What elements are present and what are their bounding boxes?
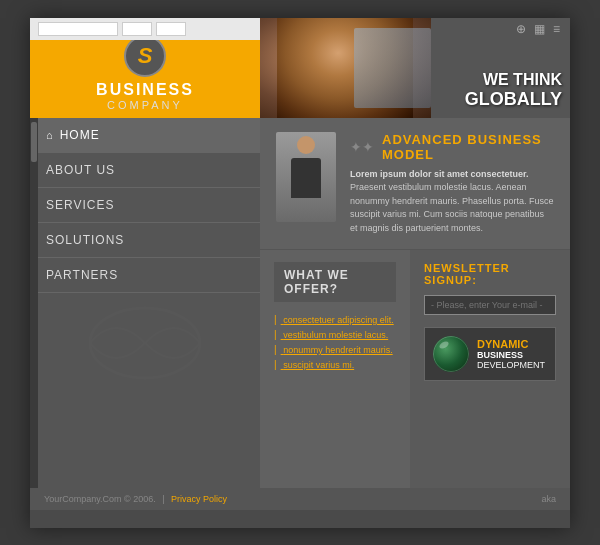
footer: YourCompany.Com © 2006. | Privacy Policy… bbox=[30, 488, 570, 510]
offer-item-4-text: suscipit varius mi. bbox=[283, 360, 354, 370]
sidebar: ⌂ HOME ABOUT US SERVICES bbox=[30, 118, 260, 488]
company-name: BUSINESS COMPANY bbox=[96, 81, 194, 111]
hero-face-image bbox=[260, 18, 431, 118]
header-logo-area: S BUSINESS COMPANY bbox=[30, 18, 260, 118]
menu-icon[interactable]: ≡ bbox=[553, 22, 560, 36]
newsletter-email-input[interactable] bbox=[424, 295, 556, 315]
person-image bbox=[276, 132, 336, 222]
person-head bbox=[297, 136, 315, 154]
company-label: COMPANY bbox=[96, 99, 194, 111]
logo-icon: S bbox=[124, 35, 166, 77]
sidebar-partners-label: PARTNERS bbox=[46, 268, 118, 282]
header: S BUSINESS COMPANY ⊕ ▦ ≡ WE THINK bbox=[30, 18, 570, 118]
nav-bar-field bbox=[122, 22, 152, 36]
person-body bbox=[291, 158, 321, 198]
hero-line1: WE THINK bbox=[465, 71, 562, 89]
development-label: DEVELOPMENT bbox=[477, 360, 547, 370]
newsletter-title: NEWSLETTER SIGNUP: bbox=[424, 262, 556, 286]
offer-item-1-text: consectetuer adipiscing elit. bbox=[283, 315, 394, 325]
footer-right-text: aka bbox=[541, 494, 556, 504]
main-content: ⌂ HOME ABOUT US SERVICES bbox=[30, 118, 570, 488]
section-title: ADVANCED BUSINESS MODEL bbox=[382, 132, 554, 162]
footer-privacy-link[interactable]: Privacy Policy bbox=[171, 494, 227, 504]
section-body: Lorem ipsum dolor sit amet consectetuer.… bbox=[350, 168, 554, 236]
dynamic-text: DYNAMIC BUSINESS DEVELOPMENT bbox=[477, 338, 547, 370]
sidebar-link-about[interactable]: ABOUT US bbox=[30, 153, 260, 187]
search-icon[interactable]: ⊕ bbox=[516, 22, 526, 36]
sidebar-item-services[interactable]: SERVICES bbox=[30, 188, 260, 223]
dynamic-label: DYNAMIC bbox=[477, 338, 547, 350]
sidebar-link-home[interactable]: ⌂ HOME bbox=[30, 118, 260, 152]
sidebar-nav: ⌂ HOME ABOUT US SERVICES bbox=[30, 118, 260, 293]
sidebar-link-solutions[interactable]: SOLUTIONS bbox=[30, 223, 260, 257]
sidebar-watermark bbox=[30, 303, 260, 383]
bottom-section: WHAT WE OFFER? consectetuer adipiscing e… bbox=[260, 250, 570, 488]
sidebar-home-label: HOME bbox=[60, 128, 100, 142]
dynamic-box: DYNAMIC BUSINESS DEVELOPMENT bbox=[424, 327, 556, 381]
hero-text: WE THINK GLOBALLY bbox=[465, 71, 562, 110]
offer-item-1[interactable]: consectetuer adipiscing elit. bbox=[274, 312, 396, 327]
header-hero: ⊕ ▦ ≡ WE THINK GLOBALLY bbox=[260, 18, 570, 118]
offer-title: WHAT WE OFFER? bbox=[274, 262, 396, 302]
logo-area: S BUSINESS COMPANY bbox=[96, 35, 194, 111]
sidebar-solutions-label: SOLUTIONS bbox=[46, 233, 124, 247]
scroll-thumb bbox=[31, 122, 37, 162]
offer-item-2-text: vestibulum molestie lacus. bbox=[283, 330, 388, 340]
nav-bar-field bbox=[156, 22, 186, 36]
business-label: BUSINESS bbox=[477, 350, 547, 360]
sidebar-item-about[interactable]: ABOUT US bbox=[30, 153, 260, 188]
section-title-row: ✦✦ ADVANCED BUSINESS MODEL bbox=[350, 132, 554, 162]
business-label: BUSINESS bbox=[96, 81, 194, 99]
top-nav-bar bbox=[30, 18, 260, 40]
globe-lines bbox=[433, 336, 469, 372]
dna-icon: ✦✦ bbox=[350, 139, 374, 155]
offer-section: WHAT WE OFFER? consectetuer adipiscing e… bbox=[260, 250, 410, 488]
offer-item-4[interactable]: suscipit varius mi. bbox=[274, 357, 396, 372]
footer-separator: | bbox=[162, 494, 164, 504]
offer-item-3[interactable]: nonummy hendrerit mauris. bbox=[274, 342, 396, 357]
logo-letter: S bbox=[138, 43, 153, 69]
nav-bar-field bbox=[38, 22, 118, 36]
text-content: ✦✦ ADVANCED BUSINESS MODEL Lorem ipsum d… bbox=[350, 132, 554, 236]
sidebar-link-services[interactable]: SERVICES bbox=[30, 188, 260, 222]
sidebar-about-label: ABOUT US bbox=[46, 163, 115, 177]
globe-icon bbox=[433, 336, 469, 372]
offer-list: consectetuer adipiscing elit. vestibulum… bbox=[274, 312, 396, 372]
sidebar-item-home[interactable]: ⌂ HOME bbox=[30, 118, 260, 153]
home-icon: ⌂ bbox=[46, 129, 54, 141]
section-body-text: Praesent vestibulum molestie lacus. Aene… bbox=[350, 182, 554, 233]
content-area: ✦✦ ADVANCED BUSINESS MODEL Lorem ipsum d… bbox=[260, 118, 570, 488]
sidebar-link-partners[interactable]: PARTNERS bbox=[30, 258, 260, 292]
sidebar-item-partners[interactable]: PARTNERS bbox=[30, 258, 260, 293]
section-intro: Lorem ipsum dolor sit amet consectetuer. bbox=[350, 168, 554, 182]
grid-icon[interactable]: ▦ bbox=[534, 22, 545, 36]
header-icons: ⊕ ▦ ≡ bbox=[516, 22, 560, 36]
footer-right: aka bbox=[541, 494, 556, 504]
footer-left: YourCompany.Com © 2006. | Privacy Policy bbox=[44, 494, 227, 504]
sidebar-services-label: SERVICES bbox=[46, 198, 114, 212]
hero-line2: GLOBALLY bbox=[465, 89, 562, 110]
offer-item-3-text: nonummy hendrerit mauris. bbox=[283, 345, 393, 355]
top-section: ✦✦ ADVANCED BUSINESS MODEL Lorem ipsum d… bbox=[260, 118, 570, 251]
newsletter-section: NEWSLETTER SIGNUP: DYNAMIC BUSINESS DEVE… bbox=[410, 250, 570, 488]
footer-copyright: YourCompany.Com © 2006. bbox=[44, 494, 156, 504]
offer-item-2[interactable]: vestibulum molestie lacus. bbox=[274, 327, 396, 342]
sidebar-item-solutions[interactable]: SOLUTIONS bbox=[30, 223, 260, 258]
page-wrapper: S BUSINESS COMPANY ⊕ ▦ ≡ WE THINK bbox=[30, 18, 570, 528]
